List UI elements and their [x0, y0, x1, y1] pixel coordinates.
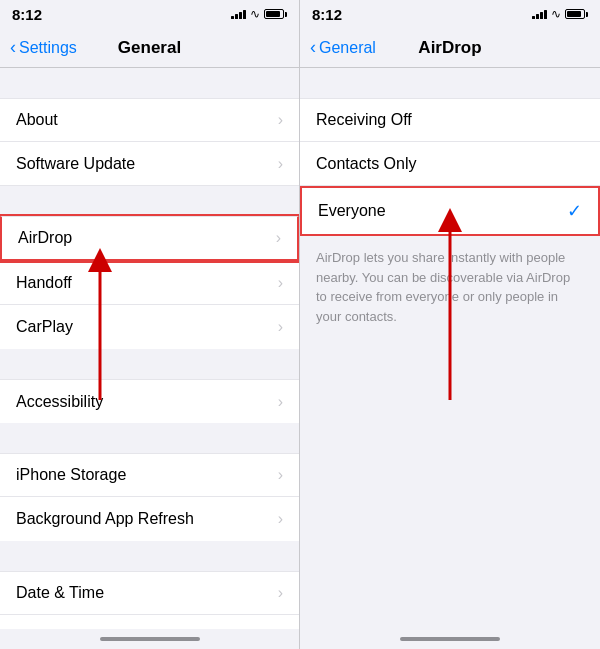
date-time-label: Date & Time: [16, 584, 104, 602]
accessibility-label: Accessibility: [16, 393, 103, 411]
about-chevron-icon: ›: [278, 111, 283, 129]
left-home-bar: [100, 637, 200, 641]
contacts-only-cell[interactable]: Contacts Only: [300, 142, 600, 186]
background-app-refresh-cell[interactable]: Background App Refresh ›: [0, 497, 299, 541]
software-update-cell[interactable]: Software Update ›: [0, 142, 299, 186]
accessibility-cell[interactable]: Accessibility ›: [0, 379, 299, 423]
settings-group-4: iPhone Storage › Background App Refresh …: [0, 453, 299, 541]
left-status-icons: ∿: [231, 7, 287, 21]
keyboard-cell[interactable]: Keyboard ›: [0, 615, 299, 629]
settings-group-5: Date & Time › Keyboard › Language & Regi…: [0, 571, 299, 629]
airdrop-description: AirDrop lets you share instantly with pe…: [300, 236, 600, 338]
right-back-label[interactable]: General: [319, 39, 376, 57]
right-time: 8:12: [312, 6, 342, 23]
left-panel: 8:12 ∿ ‹: [0, 0, 300, 649]
handoff-cell[interactable]: Handoff ›: [0, 261, 299, 305]
airdrop-options-group: Receiving Off Contacts Only Everyone ✓: [300, 98, 600, 236]
settings-group-3: Accessibility ›: [0, 379, 299, 423]
right-panel: 8:12 ∿ ‹: [300, 0, 600, 649]
right-status-icons: ∿: [532, 7, 588, 21]
airdrop-options-list: Receiving Off Contacts Only Everyone ✓ A…: [300, 68, 600, 629]
carplay-chevron-icon: ›: [278, 318, 283, 336]
left-settings-list: About › Software Update › AirDrop ›: [0, 68, 299, 629]
right-back-button[interactable]: ‹ General: [310, 39, 376, 57]
software-update-label: Software Update: [16, 155, 135, 173]
right-signal-icon: [532, 9, 547, 19]
airdrop-cell[interactable]: AirDrop ›: [0, 216, 299, 261]
iphone-storage-cell[interactable]: iPhone Storage ›: [0, 453, 299, 497]
receiving-off-label: Receiving Off: [316, 111, 412, 129]
carplay-label: CarPlay: [16, 318, 73, 336]
settings-group-1: About › Software Update ›: [0, 98, 299, 186]
about-cell[interactable]: About ›: [0, 98, 299, 142]
background-app-refresh-label: Background App Refresh: [16, 510, 194, 528]
airdrop-label: AirDrop: [18, 229, 72, 247]
left-back-label[interactable]: Settings: [19, 39, 77, 57]
date-time-chevron-icon: ›: [278, 584, 283, 602]
about-label: About: [16, 111, 58, 129]
right-status-bar: 8:12 ∿: [300, 0, 600, 28]
left-nav-title: General: [118, 38, 181, 58]
keyboard-chevron-icon: ›: [278, 628, 283, 630]
receiving-off-cell[interactable]: Receiving Off: [300, 98, 600, 142]
keyboard-label: Keyboard: [16, 628, 85, 630]
right-nav-title: AirDrop: [418, 38, 481, 58]
settings-group-2: AirDrop › Handoff › CarPlay ›: [0, 216, 299, 349]
everyone-label: Everyone: [318, 202, 386, 220]
left-time: 8:12: [12, 6, 42, 23]
left-home-indicator: [0, 629, 299, 649]
right-wifi-icon: ∿: [551, 7, 561, 21]
right-nav-bar: ‹ General AirDrop: [300, 28, 600, 68]
right-battery-icon: [565, 9, 588, 19]
background-app-refresh-chevron-icon: ›: [278, 510, 283, 528]
wifi-icon: ∿: [250, 7, 260, 21]
left-back-chevron-icon: ‹: [10, 38, 16, 56]
airdrop-chevron-icon: ›: [276, 229, 281, 247]
contacts-only-label: Contacts Only: [316, 155, 416, 173]
accessibility-chevron-icon: ›: [278, 393, 283, 411]
everyone-checkmark-icon: ✓: [567, 200, 582, 222]
carplay-cell[interactable]: CarPlay ›: [0, 305, 299, 349]
software-update-chevron-icon: ›: [278, 155, 283, 173]
date-time-cell[interactable]: Date & Time ›: [0, 571, 299, 615]
right-back-chevron-icon: ‹: [310, 38, 316, 56]
iphone-storage-label: iPhone Storage: [16, 466, 126, 484]
left-back-button[interactable]: ‹ Settings: [10, 39, 77, 57]
everyone-cell[interactable]: Everyone ✓: [300, 186, 600, 236]
right-home-bar: [400, 637, 500, 641]
left-nav-bar: ‹ Settings General: [0, 28, 299, 68]
iphone-storage-chevron-icon: ›: [278, 466, 283, 484]
battery-icon: [264, 9, 287, 19]
right-home-indicator: [300, 629, 600, 649]
signal-icon: [231, 9, 246, 19]
handoff-chevron-icon: ›: [278, 274, 283, 292]
handoff-label: Handoff: [16, 274, 72, 292]
left-status-bar: 8:12 ∿: [0, 0, 299, 28]
